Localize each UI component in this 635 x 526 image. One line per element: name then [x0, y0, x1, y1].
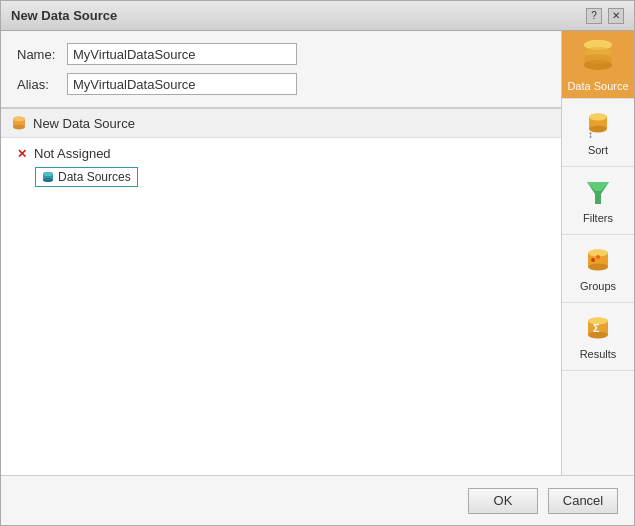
- cancel-button[interactable]: Cancel: [548, 488, 618, 514]
- data-sources-icon: [42, 171, 54, 183]
- svg-point-7: [43, 172, 53, 176]
- name-input[interactable]: [67, 43, 297, 65]
- sidebar-label-results: Results: [580, 348, 617, 360]
- tree-header-icon: [11, 115, 27, 131]
- sidebar-item-sort[interactable]: ↕ Sort: [562, 99, 634, 167]
- x-icon: ✕: [15, 147, 29, 161]
- svg-text:↕: ↕: [588, 129, 593, 140]
- dialog-title: New Data Source: [11, 8, 117, 23]
- dialog: New Data Source ? ✕ Name: Alias:: [0, 0, 635, 526]
- main-area: Name: Alias: Ne: [1, 31, 562, 475]
- tree-section: New Data Source ✕ Not Assigned: [1, 108, 561, 475]
- svg-point-6: [43, 178, 53, 182]
- not-assigned-label: Not Assigned: [34, 146, 111, 161]
- svg-point-3: [13, 117, 25, 122]
- sidebar-label-filters: Filters: [583, 212, 613, 224]
- sidebar-item-groups[interactable]: Groups: [562, 235, 634, 303]
- name-label: Name:: [17, 47, 67, 62]
- sidebar-item-results[interactable]: Σ Results: [562, 303, 634, 371]
- svg-point-2: [13, 125, 25, 130]
- svg-point-13: [584, 54, 612, 64]
- alias-input[interactable]: [67, 73, 297, 95]
- alias-row: Alias:: [17, 73, 545, 95]
- alias-label: Alias:: [17, 77, 67, 92]
- title-bar: New Data Source ? ✕: [1, 1, 634, 31]
- tree-content: ✕ Not Assigned Da: [1, 138, 561, 195]
- filters-icon: [583, 178, 613, 208]
- ok-button[interactable]: OK: [468, 488, 538, 514]
- dialog-footer: OK Cancel: [1, 475, 634, 525]
- form-section: Name: Alias:: [1, 31, 561, 108]
- data-sources-label: Data Sources: [58, 170, 131, 184]
- svg-point-23: [588, 263, 608, 270]
- svg-point-27: [601, 260, 605, 264]
- sidebar-label-data-source: Data Source: [567, 80, 628, 92]
- title-buttons: ? ✕: [586, 8, 624, 24]
- groups-icon: [583, 246, 613, 276]
- tree-header-label: New Data Source: [33, 116, 135, 131]
- data-source-icon: [580, 38, 616, 76]
- svg-point-17: [589, 113, 607, 120]
- not-assigned-item[interactable]: ✕ Not Assigned: [15, 146, 547, 161]
- dialog-body: Name: Alias: Ne: [1, 31, 634, 475]
- data-sources-item[interactable]: Data Sources: [35, 167, 547, 187]
- svg-point-26: [596, 255, 600, 259]
- tree-header: New Data Source: [1, 109, 561, 138]
- name-row: Name:: [17, 43, 545, 65]
- sidebar: Data Source ↕ Sort: [562, 31, 634, 475]
- help-button[interactable]: ?: [586, 8, 602, 24]
- data-sources-badge[interactable]: Data Sources: [35, 167, 138, 187]
- svg-text:Σ: Σ: [593, 322, 600, 334]
- sidebar-label-sort: Sort: [588, 144, 608, 156]
- close-button[interactable]: ✕: [608, 8, 624, 24]
- sidebar-item-filters[interactable]: Filters: [562, 167, 634, 235]
- sidebar-label-groups: Groups: [580, 280, 616, 292]
- svg-point-25: [591, 258, 595, 262]
- results-icon: Σ: [583, 314, 613, 344]
- sidebar-item-data-source[interactable]: Data Source: [562, 31, 634, 99]
- sort-icon: ↕: [583, 110, 613, 140]
